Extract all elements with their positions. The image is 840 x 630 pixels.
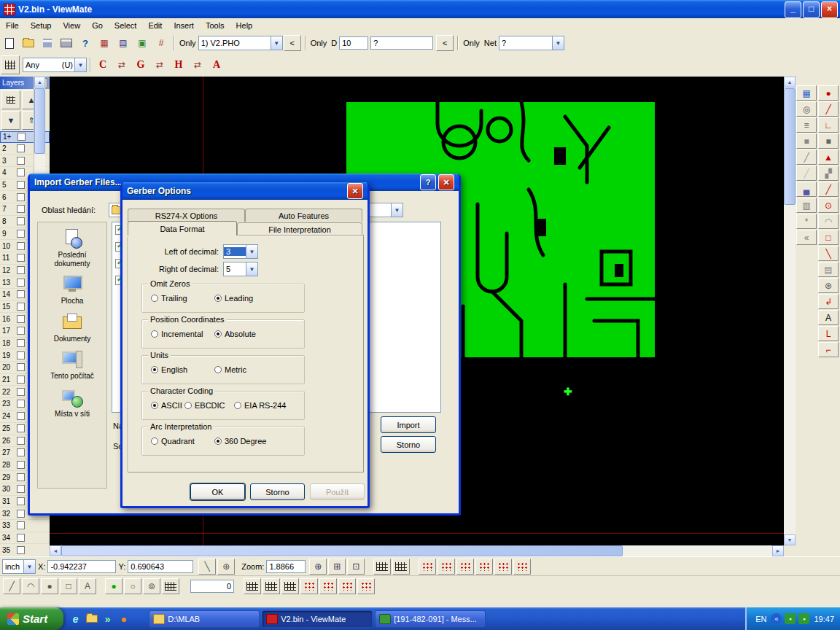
close-icon[interactable]: ✕ bbox=[438, 174, 454, 190]
title-bar[interactable]: V2.bin - ViewMate _ □ × bbox=[0, 0, 840, 18]
grid-c-icon[interactable] bbox=[281, 578, 299, 594]
diagonal-icon[interactable]: ╱ bbox=[818, 182, 839, 197]
messenger-icon[interactable]: ▪ bbox=[785, 613, 796, 624]
layer-visibility-checkbox[interactable] bbox=[17, 193, 25, 201]
open-folder-icon[interactable] bbox=[20, 34, 37, 52]
grid-toggle-icon[interactable] bbox=[162, 578, 179, 594]
go-icon[interactable]: » bbox=[101, 612, 114, 625]
undo-icon[interactable]: ↲ bbox=[818, 294, 839, 309]
hide-icons-chevron[interactable]: « bbox=[771, 613, 782, 624]
place-plocha[interactable]: Plocha bbox=[39, 274, 105, 306]
import-cancel-button[interactable]: Storno bbox=[381, 436, 436, 453]
swap-arrows-icon[interactable]: ⇄ bbox=[151, 56, 168, 74]
right-of-decimal-combo[interactable]: 5 ▼ bbox=[223, 262, 258, 276]
menu-item-edit[interactable]: Edit bbox=[142, 20, 168, 31]
layer-visibility-checkbox[interactable] bbox=[17, 473, 25, 481]
circle-icon[interactable]: ○ bbox=[124, 578, 141, 594]
help-icon[interactable]: ? bbox=[420, 174, 436, 190]
new-file-icon[interactable] bbox=[1, 34, 18, 52]
radio-absolute[interactable]: Absolute bbox=[214, 330, 256, 338]
maximize-button[interactable]: □ bbox=[803, 1, 820, 18]
layer-row-33[interactable]: 33 bbox=[0, 520, 50, 532]
select-mode-icon[interactable] bbox=[1, 55, 20, 74]
close-icon[interactable]: ✕ bbox=[347, 183, 363, 199]
measure-diagonal-icon[interactable]: ╲ bbox=[198, 559, 216, 575]
dot1-icon[interactable] bbox=[300, 578, 318, 594]
radio-360-degree[interactable]: 360 Degree bbox=[214, 437, 267, 446]
layer-visibility-checkbox[interactable] bbox=[17, 388, 25, 396]
hook-icon[interactable]: ⌐ bbox=[818, 342, 839, 357]
rect-icon[interactable]: □ bbox=[818, 230, 839, 245]
layer-visibility-checkbox[interactable] bbox=[17, 521, 25, 529]
film-icon[interactable]: ▥ bbox=[796, 198, 817, 213]
layer-visibility-checkbox[interactable] bbox=[17, 376, 25, 384]
menu-item-view[interactable]: View bbox=[57, 20, 86, 31]
layer-row-35[interactable]: 35 bbox=[0, 544, 50, 556]
tab-rs274-x-options[interactable]: RS274-X Options bbox=[128, 209, 245, 222]
net-combo[interactable]: ? ▼ bbox=[499, 36, 564, 50]
aperture-list-icon[interactable]: ▤ bbox=[114, 34, 132, 52]
layer-visibility-checkbox[interactable] bbox=[17, 315, 25, 323]
close-button[interactable]: × bbox=[821, 1, 838, 18]
language-indicator[interactable]: EN bbox=[755, 615, 766, 623]
only-d-label[interactable]: Only bbox=[311, 39, 327, 47]
dimension-icon[interactable]: L bbox=[818, 326, 839, 341]
layer-visibility-checkbox[interactable] bbox=[18, 133, 26, 141]
internet-explorer-icon[interactable]: e bbox=[69, 612, 82, 625]
radio-ascii[interactable]: ASCII bbox=[151, 401, 182, 410]
gear-icon[interactable]: ⊛ bbox=[818, 278, 839, 293]
layer-visibility-checkbox[interactable] bbox=[17, 351, 25, 359]
import-button[interactable]: Import bbox=[381, 416, 436, 433]
network-icon[interactable]: ▪ bbox=[798, 613, 809, 624]
scroll-left-icon[interactable]: ◄ bbox=[50, 545, 61, 556]
scroll-thumb[interactable] bbox=[34, 88, 45, 154]
layer-visibility-checkbox[interactable] bbox=[17, 144, 25, 152]
place-posledn-dokumenty[interactable]: Poslední dokumenty bbox=[39, 228, 105, 268]
layer-visibility-checkbox[interactable] bbox=[17, 168, 25, 176]
diagonal2-icon[interactable]: ╲ bbox=[818, 246, 839, 261]
layer-table-button[interactable] bbox=[1, 90, 20, 109]
layer-visibility-checkbox[interactable] bbox=[17, 412, 25, 420]
minimize-button[interactable]: _ bbox=[785, 1, 801, 18]
layer-visibility-checkbox[interactable] bbox=[17, 485, 25, 493]
layer-row-34[interactable]: 34 bbox=[0, 532, 50, 545]
swap-arrows-icon[interactable]: ⇄ bbox=[189, 56, 206, 74]
chevron-down-icon[interactable]: ▼ bbox=[391, 203, 402, 217]
draw-pad-icon[interactable]: ● bbox=[41, 578, 58, 594]
taskbar-button-v2-bin-viewmate[interactable]: V2.bin - ViewMate bbox=[262, 610, 373, 628]
radio-incremental[interactable]: Incremental bbox=[151, 330, 203, 338]
zoom-field[interactable]: 1.8866 bbox=[266, 560, 306, 573]
layer-visibility-checkbox[interactable] bbox=[17, 254, 25, 262]
menu-item-insert[interactable]: Insert bbox=[168, 20, 200, 31]
slash2-icon[interactable]: ╱ bbox=[796, 166, 817, 181]
draw-arc-icon[interactable]: ◠ bbox=[22, 578, 39, 594]
layer-visibility-checkbox[interactable] bbox=[17, 242, 25, 250]
radio-trailing[interactable]: Trailing bbox=[151, 294, 187, 303]
menu-item-setup[interactable]: Setup bbox=[25, 20, 58, 31]
highlight-c-button[interactable]: C bbox=[94, 56, 112, 74]
ok-button[interactable]: OK bbox=[190, 483, 245, 500]
apply-button[interactable]: Použít bbox=[310, 483, 365, 500]
layer-visibility-checkbox[interactable] bbox=[17, 217, 25, 225]
layer-visibility-checkbox[interactable] bbox=[17, 157, 25, 165]
layer-visibility-checkbox[interactable] bbox=[17, 437, 25, 445]
explorer-folder-icon[interactable] bbox=[85, 612, 98, 625]
dot3-icon[interactable] bbox=[338, 578, 356, 594]
unit-combo[interactable]: inch ▼ bbox=[2, 559, 36, 574]
taskbar-button-d-mlab[interactable]: D:\MLAB bbox=[149, 610, 260, 628]
tab-auto-features[interactable]: Auto Features bbox=[245, 209, 362, 222]
y-coordinate-field[interactable]: 0.690643 bbox=[128, 560, 193, 573]
back-icon[interactable]: « bbox=[796, 230, 817, 245]
layer-visibility-checkbox[interactable] bbox=[17, 230, 25, 238]
tab-data-format[interactable]: Data Format bbox=[128, 221, 237, 236]
layer-table-icon[interactable]: ▦ bbox=[796, 85, 817, 101]
dcode-input[interactable]: 10 bbox=[339, 36, 368, 50]
radio-eia-rs-244[interactable]: EIA RS-244 bbox=[234, 401, 286, 410]
dot4-icon[interactable] bbox=[357, 578, 375, 594]
start-button[interactable]: Start bbox=[0, 607, 63, 630]
chevron-down-icon[interactable]: ▼ bbox=[246, 262, 257, 276]
layer-visibility-checkbox[interactable] bbox=[17, 363, 25, 371]
highlight-h-button[interactable]: H bbox=[170, 56, 187, 74]
x-coordinate-field[interactable]: -0.942237 bbox=[47, 560, 116, 573]
save-icon[interactable] bbox=[39, 34, 56, 52]
